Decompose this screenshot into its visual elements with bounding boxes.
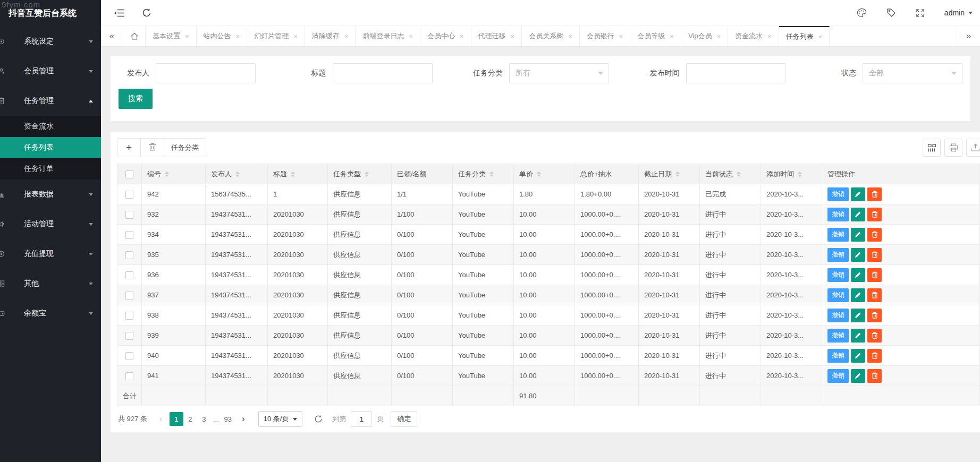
- page-number-1[interactable]: 1: [170, 412, 183, 426]
- edit-button[interactable]: [851, 309, 865, 322]
- tab-site-announcement[interactable]: 站内公告×: [197, 26, 248, 46]
- tab-close-icon[interactable]: ×: [670, 32, 674, 40]
- row-checkbox[interactable]: [125, 292, 133, 300]
- goto-confirm-button[interactable]: 确定: [391, 411, 417, 427]
- sort-icon[interactable]: [798, 172, 802, 177]
- tabs-scroll-right-button[interactable]: »: [957, 26, 980, 46]
- page-number-3[interactable]: 3: [197, 412, 211, 426]
- column-header-title[interactable]: 标题: [268, 164, 328, 184]
- revoke-button[interactable]: 撤销: [827, 369, 849, 383]
- sort-icon[interactable]: [291, 172, 295, 177]
- sort-icon[interactable]: [737, 172, 741, 177]
- sort-icon[interactable]: [537, 172, 541, 177]
- delete-row-button[interactable]: [867, 248, 882, 262]
- print-icon[interactable]: [944, 139, 962, 157]
- tab-close-icon[interactable]: ×: [717, 32, 721, 40]
- column-header-id[interactable]: 编号: [142, 164, 206, 184]
- collapse-sidebar-icon[interactable]: [114, 8, 125, 18]
- sort-icon[interactable]: [165, 172, 169, 177]
- reload-table-icon[interactable]: [314, 415, 323, 423]
- tab-close-icon[interactable]: ×: [568, 32, 572, 40]
- sort-icon[interactable]: [489, 172, 494, 177]
- tab-close-icon[interactable]: ×: [344, 32, 349, 40]
- tab-close-icon[interactable]: ×: [767, 32, 772, 40]
- user-menu[interactable]: admin: [944, 8, 973, 17]
- export-icon[interactable]: [966, 139, 980, 157]
- page-number-93[interactable]: 93: [221, 412, 235, 426]
- sidebar-subitem-task-orders[interactable]: 任务订单: [0, 158, 101, 179]
- column-header-add-time[interactable]: 添加时间: [761, 164, 822, 184]
- revoke-button[interactable]: 撤销: [827, 248, 849, 262]
- edit-button[interactable]: [851, 187, 865, 201]
- edit-button[interactable]: [851, 369, 865, 383]
- delete-button[interactable]: [141, 139, 164, 157]
- revoke-button[interactable]: 撤销: [827, 309, 849, 322]
- home-tab[interactable]: [123, 26, 146, 46]
- row-checkbox[interactable]: [125, 352, 133, 360]
- row-checkbox[interactable]: [125, 372, 133, 380]
- tag-icon[interactable]: [886, 8, 896, 18]
- columns-icon[interactable]: [923, 139, 941, 157]
- column-header-publisher[interactable]: 发布人: [206, 164, 268, 184]
- edit-button[interactable]: [851, 208, 865, 221]
- tab-close-icon[interactable]: ×: [236, 32, 240, 40]
- tab-close-icon[interactable]: ×: [619, 32, 623, 40]
- add-button[interactable]: +: [117, 139, 141, 157]
- delete-row-button[interactable]: [867, 309, 882, 322]
- delete-row-button[interactable]: [867, 187, 882, 201]
- tab-member-bank[interactable]: 会员银行×: [580, 26, 631, 46]
- tab-frontend-login-log[interactable]: 前端登录日志×: [356, 26, 420, 46]
- tab-close-icon[interactable]: ×: [185, 32, 189, 40]
- revoke-button[interactable]: 撤销: [827, 187, 849, 201]
- column-header-current-status[interactable]: 当前状态: [700, 164, 761, 184]
- prev-page-icon[interactable]: ‹: [155, 414, 167, 424]
- palette-icon[interactable]: [857, 8, 867, 18]
- select-all-checkbox[interactable]: [125, 170, 133, 178]
- status-select[interactable]: 全部: [863, 63, 962, 83]
- tab-member-level[interactable]: 会员等级×: [630, 26, 681, 46]
- task-category-button[interactable]: 任务分类: [164, 139, 206, 157]
- sort-icon[interactable]: [365, 172, 369, 177]
- delete-row-button[interactable]: [867, 369, 882, 383]
- row-checkbox[interactable]: [125, 211, 133, 219]
- delete-row-button[interactable]: [867, 288, 882, 302]
- sidebar-item-yuebao[interactable]: 余额宝: [0, 298, 101, 328]
- publish-time-input[interactable]: [686, 63, 786, 83]
- edit-button[interactable]: [851, 329, 865, 343]
- tab-clear-cache[interactable]: 清除缓存×: [305, 26, 356, 46]
- tab-member-relation-tree[interactable]: 会员关系树×: [522, 26, 580, 46]
- task-category-select[interactable]: 所有: [509, 63, 609, 83]
- row-checkbox[interactable]: [125, 191, 133, 199]
- revoke-button[interactable]: 撤销: [827, 228, 849, 242]
- sidebar-subitem-task-list[interactable]: 任务列表: [0, 137, 101, 158]
- tab-fund-flow[interactable]: 资金流水×: [728, 26, 779, 46]
- row-checkbox[interactable]: [125, 251, 133, 259]
- refresh-icon[interactable]: [142, 8, 151, 18]
- goto-page-input[interactable]: [351, 411, 372, 427]
- page-number-2[interactable]: 2: [183, 412, 197, 426]
- delete-row-button[interactable]: [867, 268, 882, 282]
- sort-icon[interactable]: [235, 172, 240, 177]
- tabs-scroll-left-button[interactable]: «: [101, 26, 123, 46]
- edit-button[interactable]: [851, 228, 865, 242]
- revoke-button[interactable]: 撤销: [827, 288, 849, 302]
- sort-icon[interactable]: [675, 172, 680, 177]
- tab-basic-settings[interactable]: 基本设置×: [146, 26, 197, 46]
- page-size-select[interactable]: 10 条/页: [258, 411, 303, 427]
- sidebar-item-task-management[interactable]: 任务管理: [0, 86, 101, 116]
- fullscreen-icon[interactable]: [916, 8, 925, 18]
- tab-close-icon[interactable]: ×: [409, 32, 413, 40]
- title-input[interactable]: [333, 63, 433, 83]
- edit-button[interactable]: [851, 248, 865, 262]
- delete-row-button[interactable]: [867, 228, 882, 242]
- tab-task-list[interactable]: 任务列表×: [779, 26, 830, 46]
- edit-button[interactable]: [851, 288, 865, 302]
- tab-close-icon[interactable]: ×: [460, 32, 464, 40]
- column-header-task-category[interactable]: 任务分类: [453, 164, 514, 184]
- column-header-deadline[interactable]: 截止日期: [639, 164, 700, 184]
- sidebar-item-activity-management[interactable]: 活动管理: [0, 209, 101, 239]
- row-checkbox[interactable]: [125, 231, 133, 239]
- delete-row-button[interactable]: [867, 349, 882, 363]
- tab-vip-member[interactable]: Vip会员×: [681, 26, 728, 46]
- search-button[interactable]: 搜索: [119, 89, 153, 109]
